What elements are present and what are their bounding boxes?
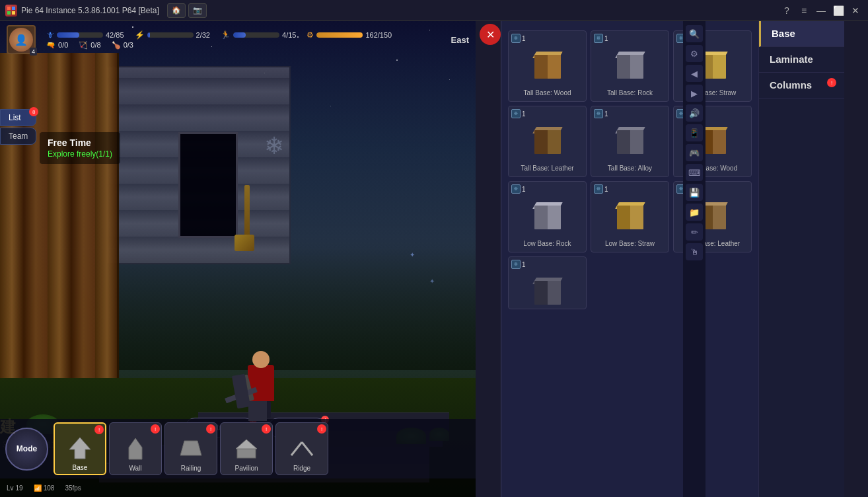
category-base[interactable]: Base [759,21,844,47]
item-img-low-base-straw [609,195,651,237]
bs-icon-volume[interactable]: 🔊 [686,104,703,122]
category-columns[interactable]: Columns ! [759,73,844,98]
bs-icon-save[interactable]: 💾 [686,184,703,201]
team-tab[interactable]: Team [0,128,36,145]
svg-marker-4 [69,438,90,459]
bs-icon-folder[interactable]: 📁 [686,204,703,221]
bs-icon-settings[interactable]: ⚙ [686,45,703,62]
bottom-status: Lv19 📶108 35fps [0,478,476,497]
snapshot-button[interactable]: 📷 [188,3,207,18]
svg-rect-0 [7,7,11,10]
cost-icon-7: ❊ [511,184,521,194]
item-cost-tall-base-leather: ❊ 1 [511,109,526,118]
energy-value: 2/32 [196,31,210,39]
svg-line-10 [302,442,312,455]
menu-button[interactable]: ≡ [797,3,811,18]
window-controls: ? ≡ — ⬜ ✕ [779,3,863,18]
wall-tab-label: Wall [129,465,141,472]
category-base-label: Base [772,28,795,39]
item-tall-base-rock[interactable]: ❊ 1 Tall Base: Rock [591,30,669,102]
item-label-low-base-rock: Low Base: Rock [523,240,571,248]
base-tab-icon [67,435,93,461]
bs-icon-back[interactable]: ◀ [686,65,703,82]
character [238,348,284,434]
bs-icon-keyboard[interactable]: ⌨ [686,164,703,181]
item-cost-low-base-rock: ❊ 1 [511,184,526,194]
item-label-tall-base-alloy: Tall Base: Alloy [608,165,652,172]
item-tall-base-wood[interactable]: ❊ 1 Tall Base: Wood [508,30,587,102]
railing-tab[interactable]: Railing ! [164,422,217,475]
item-img-partial [526,274,569,309]
svg-rect-3 [12,11,15,15]
category-laminate[interactable]: Laminate [759,47,844,73]
stamina-value: 4/15 [282,31,296,39]
cost-icon-4: ❊ [511,109,521,118]
app-icon [5,5,17,17]
close-button[interactable]: ✕ [848,3,863,18]
app-title: Pie 64 Instance 5.3.86.1001 P64 [Beta] [21,6,159,15]
bs-icon-mouse[interactable]: 🖱 [686,243,703,260]
arrows-value: 0/8 [90,41,100,49]
item-label-tall-base-wood: Tall Base: Wood [523,89,571,97]
home-button[interactable]: 🏠 [167,3,186,18]
svg-rect-2 [7,11,11,15]
svg-rect-1 [12,7,15,10]
item-cost-low-base-straw: ❊ 1 [594,184,608,194]
item-partial[interactable]: ❊ 1 [508,256,587,309]
ridge-tab-label: Ridge [293,465,310,472]
minimize-button[interactable]: — [814,3,828,18]
bs-icon-gamepad[interactable]: 🎮 [686,144,703,161]
columns-badge: ! [827,78,836,87]
heat-value: 162/150 [365,31,392,39]
player-stats: 🗡 42/85 ⚡ 2/32 🏃 4/15 [46,30,392,50]
watermark: 建 [0,416,16,438]
item-tall-base-alloy[interactable]: ❊ 1 Tall Base: Alloy [591,106,669,177]
quest-description: Explore freely(1/1) [48,149,112,159]
quest-name: Free Time [48,137,112,148]
fps-status: 35fps [65,484,81,492]
item-img-tall-base-leather [526,120,569,162]
help-button[interactable]: ? [779,3,794,18]
cost-icon-2: ❊ [594,34,603,43]
item-low-base-rock[interactable]: ❊ 1 Low Base: Rock [508,181,587,252]
base-tab[interactable]: Base ! [54,422,106,475]
item-low-base-straw[interactable]: ❊ 1 Low Base: Straw [591,181,669,252]
cost-icon: ❊ [511,34,521,43]
item-label-tall-base-rock: Tall Base: Rock [607,89,653,97]
item-label-tall-base-leather: Tall Base: Leather [521,165,573,172]
restore-button[interactable]: ⬜ [831,3,846,18]
wifi-status: 📶108 [34,484,55,492]
category-columns-label: Columns [770,79,812,91]
item-img-tall-base-rock [609,44,651,87]
right-sidebar: Base Laminate Columns ! [758,21,844,497]
wall-tab-icon [122,436,149,462]
player-level: 4 [30,48,37,56]
bullets-value: 0/0 [58,41,68,49]
hud: 👤 4 🗡 42/85 ⚡ 2/32 [0,21,476,58]
panel-close-button[interactable]: ✕ [480,24,501,45]
wall-tab-badge: ! [151,424,160,434]
railing-tab-label: Railing [181,465,201,472]
bs-icon-search[interactable]: 🔍 [686,25,703,42]
player-level-status: Lv19 [7,484,23,492]
item-tall-base-leather[interactable]: ❊ 1 Tall Base: Leather [508,106,587,177]
item-cost-tall-base-rock: ❊ 1 [594,34,608,43]
hp-value: 42/85 [106,31,124,39]
cost-icon-8: ❊ [594,184,603,194]
svg-marker-8 [236,440,257,449]
svg-marker-5 [129,438,142,459]
cost-icon-5: ❊ [594,109,603,118]
top-bar: Pie 64 Instance 5.3.86.1001 P64 [Beta] 🏠… [0,0,868,21]
svg-marker-6 [180,441,201,455]
wall-tab[interactable]: Wall ! [109,422,162,475]
item-cost-partial: ❊ 1 [511,260,526,269]
bs-icon-screenshot[interactable]: 📱 [686,124,703,141]
railing-tab-icon [178,436,204,462]
item-img-low-base-rock [526,195,569,237]
food-value: 0/3 [124,41,133,49]
base-tab-label: Base [73,464,88,471]
bs-icon-forward[interactable]: ▶ [686,85,703,102]
item-img-tall-base-wood [526,44,569,87]
list-tab[interactable]: List 8 [0,109,36,126]
bs-icon-edit[interactable]: ✏ [686,223,703,241]
